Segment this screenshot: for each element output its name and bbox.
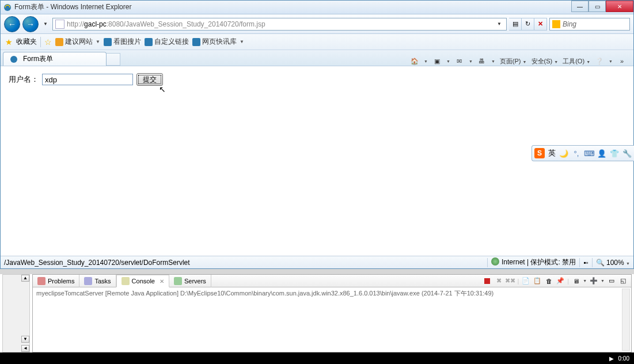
overflow-button[interactable]: »: [617, 56, 627, 66]
home-button[interactable]: 🏠: [410, 56, 419, 66]
stop-button[interactable]: ✕: [534, 18, 547, 31]
console-open-button[interactable]: ➕: [589, 276, 598, 286]
ie-icon: [104, 38, 112, 46]
close-button[interactable]: ✕: [606, 1, 633, 12]
console-icon: [122, 277, 130, 285]
console-tab[interactable]: Console✕: [116, 275, 169, 287]
username-input[interactable]: [42, 74, 133, 85]
favorites-label[interactable]: 收藏夹: [16, 37, 37, 47]
status-privacy-icon[interactable]: ▪▫: [583, 259, 589, 267]
ime-punct-icon[interactable]: °,: [572, 149, 581, 158]
tools-menu[interactable]: 工具(O) ▼: [563, 57, 590, 66]
new-tab-button[interactable]: [107, 53, 120, 66]
fav-link-image[interactable]: 看图搜片: [104, 37, 141, 47]
close-tab-icon[interactable]: ✕: [160, 278, 164, 285]
ime-toolbar[interactable]: S 英 🌙 °, ⌨ 👤 👕 🔧: [532, 145, 634, 161]
video-control-bar: ▶ 0:00: [0, 352, 634, 364]
address-bar[interactable]: http://gacl-pc:8080/JavaWeb_Session_Stud…: [52, 18, 507, 31]
ime-user-icon[interactable]: 👤: [597, 149, 606, 158]
print-button[interactable]: 🖶: [477, 56, 487, 66]
console-link1-button[interactable]: 📄: [521, 276, 530, 286]
username-label: 用户名：: [9, 74, 39, 85]
ime-lang[interactable]: 英: [548, 148, 556, 158]
page-icon: [55, 20, 64, 29]
console-stop-button[interactable]: [483, 276, 492, 286]
editor-scroll-down[interactable]: ▼: [21, 336, 29, 343]
window-titlebar: Form表单 - Windows Internet Explorer — ▭ ✕: [1, 1, 633, 14]
status-text: /JavaWeb_Session_Study_20140720/servlet/…: [4, 259, 484, 267]
bing-icon: [552, 20, 560, 28]
help-button[interactable]: ❔: [595, 56, 604, 66]
forward-button[interactable]: →: [22, 16, 39, 32]
safety-menu[interactable]: 安全(S) ▼: [532, 57, 559, 66]
back-button[interactable]: ←: [4, 16, 20, 32]
console-clear-button[interactable]: 🗑: [544, 276, 553, 286]
console-pin-button[interactable]: 📌: [556, 276, 565, 286]
play-icon[interactable]: ▶: [609, 355, 614, 362]
compat-view-button[interactable]: ▤: [509, 18, 522, 31]
console-output: myeclipseTomcatServer [Remote Java Appli…: [33, 287, 631, 299]
address-dropdown-icon[interactable]: ▼: [495, 16, 504, 32]
mail-button[interactable]: ✉: [455, 56, 464, 66]
svg-point-1: [10, 56, 17, 63]
add-favorite-icon[interactable]: ☆: [44, 37, 52, 47]
servers-tab[interactable]: Servers: [169, 275, 211, 287]
globe-icon: [491, 257, 499, 266]
site-icon: [55, 38, 63, 46]
feeds-button[interactable]: ▣: [432, 56, 442, 66]
console-scroll-lock-button[interactable]: 📋: [533, 276, 542, 286]
servers-icon: [174, 277, 182, 285]
sogou-logo-icon: S: [534, 148, 545, 158]
favorites-star-icon[interactable]: ★: [5, 37, 13, 47]
search-placeholder: Bing: [563, 20, 576, 28]
minimize-button[interactable]: —: [571, 1, 589, 12]
fav-link-custom[interactable]: 自定义链接: [145, 37, 189, 47]
console-scrollbar[interactable]: [622, 289, 630, 351]
tasks-tab[interactable]: Tasks: [79, 275, 116, 287]
search-box[interactable]: Bing: [549, 18, 630, 31]
submit-button[interactable]: 提交: [136, 73, 163, 86]
ime-keyboard-icon[interactable]: ⌨: [584, 149, 594, 158]
maximize-button[interactable]: ▭: [589, 1, 606, 12]
problems-tab[interactable]: Problems: [33, 275, 79, 287]
console-removeall-button[interactable]: ✖✖: [506, 276, 515, 286]
fav-link-webslice[interactable]: 网页快讯库▼: [192, 37, 244, 47]
nav-history-dropdown[interactable]: ▼: [41, 16, 50, 32]
ie-favicon-icon: [3, 3, 12, 12]
fav-link-suggested[interactable]: 建议网站▼: [55, 37, 100, 47]
view-maximize-button[interactable]: ◱: [618, 276, 628, 286]
console-display-button[interactable]: 🖥: [571, 276, 580, 286]
window-title: Form表单 - Windows Internet Explorer: [14, 2, 633, 12]
problems-icon: [37, 277, 45, 285]
browser-tab-active[interactable]: Form表单: [3, 52, 107, 66]
page-menu[interactable]: 页面(P) ▼: [500, 57, 527, 66]
ime-moon-icon[interactable]: 🌙: [559, 149, 568, 158]
tasks-icon: [84, 277, 92, 285]
video-time: 0:00: [618, 355, 629, 362]
ie-icon: [192, 38, 200, 46]
zoom-control[interactable]: 🔍 100% ▼: [596, 259, 630, 267]
refresh-button[interactable]: ↻: [522, 18, 534, 31]
status-zone: Internet | 保护模式: 禁用: [491, 257, 576, 267]
tab-favicon-icon: [9, 55, 18, 64]
tab-title: Form表单: [23, 54, 53, 64]
editor-scroll-up[interactable]: ▲: [21, 275, 29, 282]
address-url: http://gacl-pc:8080/JavaWeb_Session_Stud…: [67, 20, 492, 28]
ime-tool-icon[interactable]: 🔧: [622, 149, 632, 158]
ie-icon: [145, 38, 153, 46]
console-remove-button[interactable]: ✖: [494, 276, 503, 286]
editor-hscroll-left[interactable]: ◄: [21, 345, 29, 352]
ime-skin-icon[interactable]: 👕: [610, 149, 619, 158]
view-minimize-button[interactable]: ▭: [607, 276, 616, 286]
